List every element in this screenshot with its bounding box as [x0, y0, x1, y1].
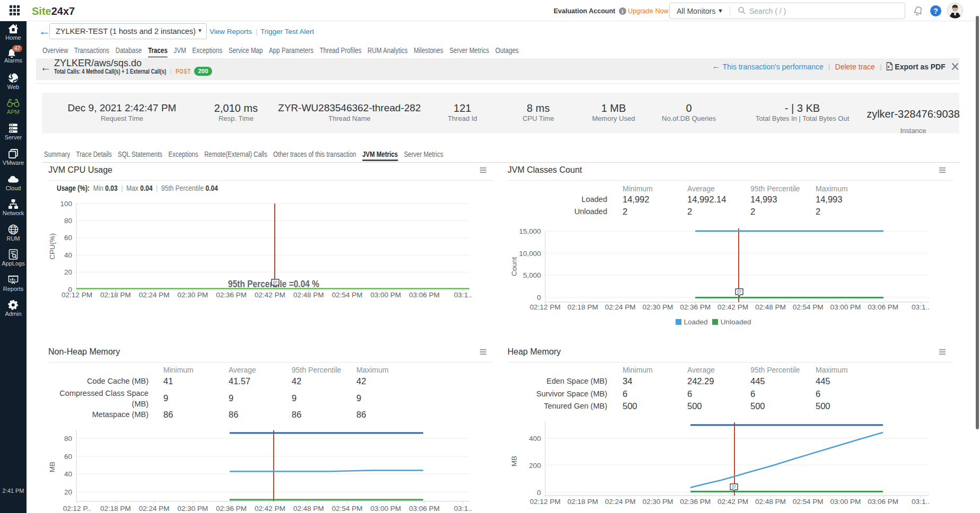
svg-text:MB: MB: [510, 456, 518, 466]
svg-text:60: 60: [64, 234, 72, 242]
svg-text:02:24 PM: 02:24 PM: [605, 303, 636, 311]
svg-text:Count: Count: [510, 257, 518, 276]
svg-text:02:30 PM: 02:30 PM: [643, 303, 673, 311]
svg-text:80: 80: [64, 435, 72, 443]
svg-text:03:06 PM: 03:06 PM: [409, 505, 440, 512]
svg-text:03:1..: 03:1..: [912, 303, 930, 311]
svg-text:CPU(%): CPU(%): [48, 233, 56, 260]
svg-text:02:54 PM: 02:54 PM: [332, 291, 363, 299]
svg-text:02:36 PM: 02:36 PM: [680, 498, 711, 506]
svg-text:02:12 PM: 02:12 PM: [530, 303, 561, 311]
svg-text:20: 20: [64, 268, 72, 276]
svg-text:02:30 PM: 02:30 PM: [643, 498, 673, 506]
svg-text:0: 0: [537, 489, 541, 497]
svg-text:02:18 PM: 02:18 PM: [567, 498, 598, 506]
svg-text:02:42 PM: 02:42 PM: [718, 303, 748, 311]
svg-text:02:18 PM: 02:18 PM: [100, 291, 131, 299]
svg-text:03:06 PM: 03:06 PM: [409, 291, 440, 299]
svg-text:100: 100: [60, 200, 72, 208]
svg-text:02:12 P..: 02:12 P..: [63, 505, 91, 512]
svg-text:03:00 PM: 03:00 PM: [371, 505, 401, 512]
svg-text:03:1..: 03:1..: [454, 505, 472, 512]
svg-text:02:24 PM: 02:24 PM: [605, 498, 636, 506]
svg-text:02:54 PM: 02:54 PM: [793, 498, 824, 506]
svg-text:10,000: 10,000: [519, 250, 541, 258]
svg-text:02:42 PM: 02:42 PM: [718, 498, 748, 506]
svg-text:03:06 PM: 03:06 PM: [868, 303, 898, 311]
svg-text:02:24 PM: 02:24 PM: [139, 291, 170, 299]
svg-text:03:1..: 03:1..: [912, 498, 930, 506]
svg-text:03:06 PM: 03:06 PM: [868, 498, 898, 506]
svg-text:60: 60: [64, 453, 72, 461]
svg-text:40: 40: [64, 251, 72, 259]
svg-text:15,000: 15,000: [519, 227, 541, 235]
svg-text:02:36 PM: 02:36 PM: [216, 291, 247, 299]
svg-text:20: 20: [64, 488, 72, 496]
svg-text:40: 40: [64, 470, 72, 478]
svg-text:200: 200: [529, 462, 541, 470]
svg-text:02:36 PM: 02:36 PM: [216, 505, 247, 512]
svg-text:400: 400: [529, 435, 541, 443]
svg-text:02:42 PM: 02:42 PM: [255, 505, 285, 512]
svg-text:02:18 PM: 02:18 PM: [567, 303, 598, 311]
svg-text:02:48 PM: 02:48 PM: [755, 498, 786, 506]
svg-text:MB: MB: [48, 462, 56, 472]
svg-text:03:00 PM: 03:00 PM: [830, 303, 861, 311]
svg-text:02:36 PM: 02:36 PM: [680, 303, 711, 311]
svg-text:i: i: [622, 8, 624, 14]
svg-text:02:54 PM: 02:54 PM: [793, 303, 824, 311]
svg-text:02:12 PM: 02:12 PM: [62, 291, 92, 299]
svg-text:02:30 PM: 02:30 PM: [178, 505, 208, 512]
svg-text:?: ?: [933, 7, 938, 15]
svg-text:02:12 PM: 02:12 PM: [530, 498, 561, 506]
svg-text:03:1..: 03:1..: [454, 291, 472, 299]
svg-text:02:48 PM: 02:48 PM: [755, 303, 786, 311]
svg-text:02:42 PM: 02:42 PM: [255, 291, 285, 299]
svg-text:03:00 PM: 03:00 PM: [830, 498, 861, 506]
svg-text:02:30 PM: 02:30 PM: [178, 291, 208, 299]
svg-text:5,000: 5,000: [523, 271, 541, 279]
svg-text:02:18 PM: 02:18 PM: [100, 505, 131, 512]
svg-text:02:24 PM: 02:24 PM: [139, 505, 170, 512]
svg-text:0: 0: [537, 294, 541, 302]
svg-text:02:54 PM: 02:54 PM: [332, 505, 363, 512]
svg-text:03:00 PM: 03:00 PM: [371, 291, 401, 299]
svg-text:02:48 PM: 02:48 PM: [293, 505, 324, 512]
svg-text:80: 80: [64, 217, 72, 225]
svg-text:02:48 PM: 02:48 PM: [293, 291, 324, 299]
